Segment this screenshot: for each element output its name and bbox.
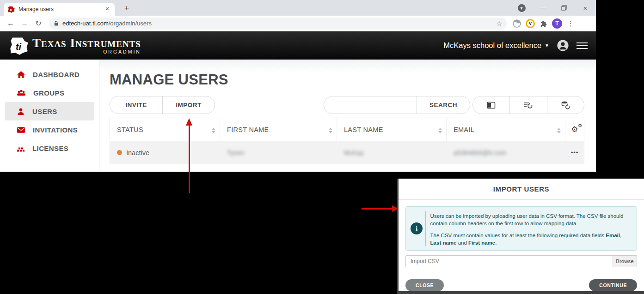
svg-text:ti: ti bbox=[16, 41, 22, 51]
status-cell: Inactive bbox=[110, 141, 220, 164]
profile-avatar[interactable]: T bbox=[552, 18, 562, 29]
continue-button[interactable]: CONTINUE bbox=[589, 279, 637, 291]
v-extension-icon[interactable]: V bbox=[526, 19, 535, 28]
table-settings-button[interactable]: ⚙⚙ bbox=[565, 118, 584, 141]
licenses-icon bbox=[17, 144, 25, 152]
url-text: edtech-uat.ti.com/orgadmin/users bbox=[62, 20, 492, 27]
last-name-cell: McKay bbox=[337, 141, 447, 164]
dialog-bottom-strip bbox=[399, 291, 644, 294]
table-tools-group bbox=[472, 96, 584, 114]
account-icon[interactable] bbox=[557, 39, 569, 52]
main-panel: MANAGE USERS INVITE IMPORT SEARCH bbox=[99, 60, 596, 171]
sidebar-item-licenses[interactable]: LICENSES bbox=[5, 139, 94, 157]
tab-strip: ti Manage users × + ▾ × bbox=[0, 0, 596, 16]
groups-icon bbox=[17, 89, 26, 96]
filter-reset-icon bbox=[523, 101, 533, 109]
import-csv-input[interactable] bbox=[406, 256, 613, 267]
restore-button[interactable] bbox=[553, 0, 575, 16]
gear-icon: ⚙⚙ bbox=[571, 126, 578, 133]
ellipsis-icon: ••• bbox=[571, 149, 579, 156]
refresh-data-button[interactable] bbox=[547, 96, 584, 114]
envelope-icon bbox=[17, 126, 25, 133]
browser-tab[interactable]: ti Manage users × bbox=[4, 3, 115, 16]
sidebar-item-users[interactable]: USERS bbox=[5, 102, 94, 120]
page-title: MANAGE USERS bbox=[110, 72, 584, 88]
search-group: SEARCH bbox=[324, 96, 470, 114]
import-button[interactable]: IMPORT bbox=[162, 96, 215, 114]
sort-icon[interactable] bbox=[329, 128, 332, 133]
close-button[interactable]: CLOSE bbox=[405, 279, 444, 291]
lock-icon bbox=[54, 20, 59, 26]
database-refresh-icon bbox=[561, 101, 570, 109]
column-header-email[interactable]: EMAIL bbox=[447, 118, 565, 141]
reset-filters-button[interactable] bbox=[509, 96, 546, 114]
first-name-cell: Tyson bbox=[220, 141, 337, 164]
sidebar-item-invitations[interactable]: INVITATIONS bbox=[5, 120, 94, 139]
address-bar[interactable]: edtech-uat.ti.com/orgadmin/users ☆ bbox=[49, 18, 507, 30]
info-icon: i bbox=[411, 222, 423, 234]
search-button[interactable]: SEARCH bbox=[417, 96, 470, 114]
browser-menu-icon[interactable]: ⋮ bbox=[566, 19, 575, 28]
sort-icon[interactable] bbox=[557, 128, 561, 133]
import-users-dialog: IMPORT USERS i Users can be imported by … bbox=[397, 179, 644, 294]
sidebar: DASHBOARD GROUPS USERS INVITATIONS LICEN… bbox=[0, 60, 99, 171]
close-window-button[interactable]: × bbox=[575, 0, 596, 16]
search-input[interactable] bbox=[324, 96, 417, 114]
column-header-first-name[interactable]: FIRST NAME bbox=[220, 118, 337, 141]
ti-logo-mark-icon: ti bbox=[8, 36, 29, 55]
annotation-arrow-dialog bbox=[362, 205, 399, 212]
minimize-button[interactable] bbox=[532, 0, 553, 16]
browse-button[interactable]: Browse bbox=[613, 256, 637, 267]
extension-orb-icon[interactable] bbox=[512, 19, 521, 28]
users-table: STATUS FIRST NAME LAST NAME EMAIL bbox=[110, 118, 584, 164]
tab-title: Manage users bbox=[18, 6, 100, 12]
table-header-row: STATUS FIRST NAME LAST NAME EMAIL bbox=[110, 118, 584, 141]
column-header-last-name[interactable]: LAST NAME bbox=[337, 118, 447, 141]
org-selector[interactable]: McKays school of excellence ▼ bbox=[443, 41, 549, 50]
info-divider bbox=[425, 211, 426, 246]
columns-icon bbox=[487, 102, 496, 109]
table-row[interactable]: Inactive Tyson McKay a5384693@ti.com ••• bbox=[110, 141, 584, 164]
sidebar-item-dashboard[interactable]: DASHBOARD bbox=[5, 65, 94, 84]
menu-hamburger-icon[interactable] bbox=[577, 42, 588, 49]
forward-icon[interactable]: → bbox=[18, 18, 31, 30]
app-header: ti Texas Instruments ORGADMIN McKays sch… bbox=[0, 31, 596, 60]
info-text: Users can be imported by uploading user … bbox=[430, 211, 632, 246]
tab-close-icon[interactable]: × bbox=[104, 6, 111, 13]
action-button-group: INVITE IMPORT bbox=[110, 96, 215, 114]
info-alert: i Users can be imported by uploading use… bbox=[405, 206, 637, 251]
brand-wordmark: Texas Instruments bbox=[32, 37, 141, 49]
column-header-status[interactable]: STATUS bbox=[110, 118, 220, 141]
ti-logo[interactable]: ti Texas Instruments ORGADMIN bbox=[8, 36, 141, 55]
browser-window: ti Manage users × + ▾ × ← → ↻ edtech-uat… bbox=[0, 0, 596, 172]
row-actions-button[interactable]: ••• bbox=[565, 141, 584, 164]
sort-icon[interactable] bbox=[212, 128, 215, 133]
browser-update-icon[interactable]: ▾ bbox=[511, 0, 532, 16]
bookmark-star-icon[interactable]: ☆ bbox=[496, 20, 502, 27]
home-icon bbox=[17, 71, 25, 78]
status-dot-inactive bbox=[117, 150, 122, 155]
email-cell: a5384693@ti.com bbox=[447, 141, 565, 164]
sort-icon[interactable] bbox=[438, 128, 442, 133]
refresh-icon[interactable]: ↻ bbox=[32, 18, 44, 30]
ti-favicon: ti bbox=[7, 6, 15, 13]
brand-subtitle: ORGADMIN bbox=[32, 49, 141, 54]
new-tab-button[interactable]: + bbox=[121, 4, 132, 13]
file-input-group: Browse bbox=[405, 255, 637, 267]
dialog-title: IMPORT USERS bbox=[399, 179, 644, 200]
sidebar-item-groups[interactable]: GROUPS bbox=[5, 84, 94, 102]
chevron-down-icon: ▼ bbox=[545, 43, 549, 48]
browser-toolbar: ← → ↻ edtech-uat.ti.com/orgadmin/users ☆… bbox=[0, 16, 596, 31]
invite-button[interactable]: INVITE bbox=[110, 96, 162, 114]
back-icon[interactable]: ← bbox=[5, 18, 17, 30]
columns-button[interactable] bbox=[473, 96, 509, 114]
annotation-arrow-import bbox=[186, 118, 192, 193]
user-icon bbox=[17, 108, 25, 115]
extensions-puzzle-icon[interactable] bbox=[539, 19, 548, 28]
